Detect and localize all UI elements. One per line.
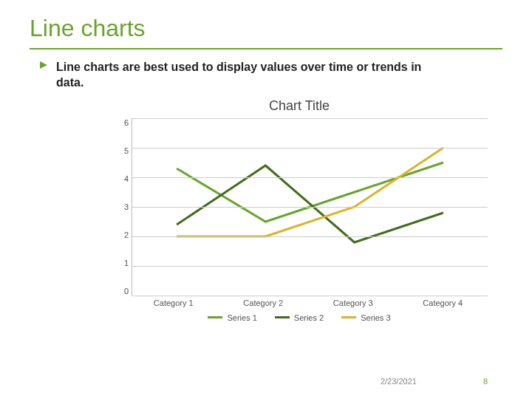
chart-plot: 6543210: [111, 118, 488, 296]
y-tick: 0: [124, 287, 129, 296]
legend-item: Series 2: [275, 313, 324, 322]
grid-line: [132, 148, 488, 149]
legend-label: Series 1: [227, 313, 256, 322]
legend-swatch: [208, 316, 222, 318]
slide-title: Line charts: [30, 15, 502, 42]
legend-swatch: [341, 316, 356, 318]
y-tick: 4: [124, 174, 129, 183]
footer-date: 2/23/2021: [381, 377, 417, 386]
legend-item: Series 1: [208, 313, 256, 322]
chart-legend: Series 1Series 2Series 3: [111, 313, 488, 322]
bullet-arrow-icon: [38, 60, 49, 70]
grid-line: [132, 296, 488, 296]
slide-footer: 2/23/2021 8: [381, 377, 488, 386]
bullet-row: Line charts are best used to display val…: [38, 60, 502, 91]
y-tick: 2: [124, 231, 129, 239]
x-tick: Category 4: [398, 299, 488, 307]
y-tick: 5: [124, 146, 129, 155]
y-tick: 6: [124, 118, 129, 127]
legend-label: Series 2: [294, 313, 324, 322]
footer-page-number: 8: [483, 377, 488, 386]
x-axis-labels: Category 1Category 2Category 3Category 4: [129, 299, 488, 307]
grid-line: [132, 177, 488, 178]
grid-line: [132, 207, 488, 208]
plot-area: [132, 118, 488, 296]
title-underline: [30, 48, 502, 50]
series-line: [177, 163, 443, 222]
y-axis: 6543210: [111, 118, 132, 296]
grid-line: [132, 266, 488, 267]
svg-marker-0: [40, 61, 47, 69]
x-tick: Category 1: [129, 299, 219, 307]
legend-swatch: [275, 316, 290, 318]
y-tick: 3: [124, 202, 129, 211]
x-tick: Category 3: [308, 299, 398, 307]
grid-line: [132, 118, 488, 119]
grid-line: [132, 236, 488, 237]
bullet-text: Line charts are best used to display val…: [56, 60, 440, 91]
x-tick: Category 2: [219, 299, 309, 307]
legend-label: Series 3: [361, 313, 390, 322]
y-tick: 1: [124, 259, 129, 267]
chart-container: Chart Title 6543210 Category 1Category 2…: [111, 98, 488, 322]
chart-title: Chart Title: [111, 98, 488, 114]
legend-item: Series 3: [341, 313, 390, 322]
